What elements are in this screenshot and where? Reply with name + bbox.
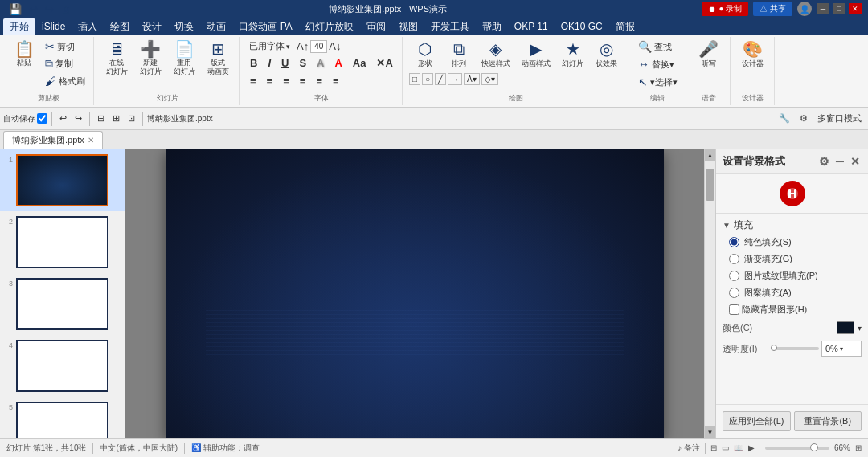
scrollbar-down-button[interactable]: ▼ <box>705 426 715 438</box>
underline-button[interactable]: U <box>277 55 293 71</box>
designer-button[interactable]: 🎨 设 计 器 <box>737 39 769 71</box>
apply-all-button[interactable]: 应用到全部(L) <box>723 411 791 431</box>
autosave-checkbox[interactable] <box>37 113 47 124</box>
quick-undo-icon[interactable]: ↩ <box>27 2 40 16</box>
canvas-area[interactable] <box>125 149 704 438</box>
shape-circle[interactable]: ○ <box>422 73 433 85</box>
menu-item-pa[interactable]: 口袋动画 PA <box>232 18 298 35</box>
gradient-fill-option[interactable]: 渐变填充(G) <box>716 251 868 267</box>
shadow-button[interactable]: A <box>313 55 328 71</box>
select-button[interactable]: ↖ ▾选择▾ <box>635 74 681 90</box>
listen-button[interactable]: 🎤 听写 <box>693 39 725 71</box>
view-toggle-btn[interactable]: ⊟ <box>94 112 108 125</box>
menu-item-okp11[interactable]: OKP 11 <box>508 19 555 34</box>
font-size-aa-button[interactable]: Aa <box>349 55 371 71</box>
font-size-down-button[interactable]: A↓ <box>329 40 341 52</box>
record-button[interactable]: ⏺ ● 录制 <box>702 2 748 16</box>
fill-color-btn[interactable]: A▾ <box>464 73 480 85</box>
menu-item-islide[interactable]: iSlide <box>35 19 72 34</box>
menu-item-ok10gc[interactable]: OK10 GC <box>555 19 609 34</box>
anim-effect-button[interactable]: ★ 幻灯片 <box>557 39 589 71</box>
menu-item-draw[interactable]: 绘图 <box>104 18 136 35</box>
status-effect-button[interactable]: ◎ 状效果 <box>591 39 623 71</box>
menu-item-switch[interactable]: 切换 <box>168 18 200 35</box>
menu-item-review[interactable]: 审阅 <box>360 18 392 35</box>
menu-item-start[interactable]: 开始 <box>3 18 35 35</box>
multiwindow-label[interactable]: 多窗口模式 <box>814 111 865 126</box>
hide-background-checkbox[interactable] <box>729 304 739 315</box>
scrollbar-thumb[interactable] <box>706 169 714 201</box>
shape-arrow[interactable]: → <box>448 73 462 85</box>
color-dropdown-btn[interactable]: ▾ <box>858 324 862 333</box>
cut-button[interactable]: ✂剪切 <box>42 39 88 55</box>
pattern-fill-option[interactable]: 图案填充(A) <box>716 284 868 301</box>
panel-close-icon[interactable]: ✕ <box>849 155 862 168</box>
menu-item-view[interactable]: 视图 <box>392 18 424 35</box>
clear-format-button[interactable]: ✕A <box>372 55 396 71</box>
tools-btn[interactable]: 🔧 <box>776 112 793 125</box>
menu-item-devtools[interactable]: 开发工具 <box>424 18 476 35</box>
picture-fill-radio[interactable] <box>729 271 739 281</box>
minimize-button[interactable]: ─ <box>817 3 829 14</box>
font-color-button[interactable]: A <box>330 55 346 71</box>
menu-item-jianbao[interactable]: 简报 <box>609 18 641 35</box>
reuse-slide-button[interactable]: 📄 重用幻灯片 <box>168 39 200 79</box>
close-button[interactable]: ✕ <box>849 3 862 14</box>
find-button[interactable]: 🔍 查找 <box>635 39 675 55</box>
picture-fill-option[interactable]: 图片或纹理填充(P) <box>716 267 868 284</box>
slide-scroll-area[interactable]: 1 2 3 <box>0 149 125 438</box>
ruler-btn[interactable]: ⊡ <box>125 112 138 125</box>
zoom-slider-thumb[interactable] <box>810 443 818 451</box>
view-normal-icon[interactable]: ⊟ <box>710 443 717 452</box>
pattern-fill-radio[interactable] <box>729 288 739 298</box>
fit-button[interactable]: ⊞ <box>855 443 862 452</box>
arrange-button[interactable]: ⧉ 排列 <box>443 39 475 71</box>
paste-button[interactable]: 📋 粘贴 <box>8 39 40 70</box>
slide-thumb-3[interactable]: 3 <box>0 273 125 335</box>
align-left-button[interactable]: ≡ <box>246 73 260 89</box>
solid-fill-option[interactable]: 纯色填充(S) <box>716 234 868 251</box>
align-center-button[interactable]: ≡ <box>263 73 277 89</box>
copy-button[interactable]: ⧉复制 <box>42 55 88 72</box>
italic-button[interactable]: I <box>264 55 275 71</box>
transparency-value-input[interactable]: 0% ▾ <box>821 341 862 357</box>
notes-button[interactable]: ♪ 备注 <box>678 443 700 454</box>
gradient-fill-radio[interactable] <box>729 254 739 264</box>
justify-button[interactable]: ≡ <box>296 73 310 89</box>
user-avatar[interactable]: 👤 <box>797 2 812 16</box>
slide-thumb-4[interactable]: 4 <box>0 335 125 397</box>
document-tab[interactable]: 博纳影业集团.pptx ✕ <box>3 131 103 149</box>
slide-thumb-5[interactable]: 5 <box>0 397 125 438</box>
hide-background-option[interactable]: 隐藏背景图形(H) <box>716 301 868 318</box>
undo-toolbar-btn[interactable]: ↩ <box>56 112 70 125</box>
slide-thumb-1[interactable]: 1 <box>0 149 125 211</box>
view-read-icon[interactable]: 📖 <box>734 443 743 452</box>
layout-button[interactable]: ⊞ 版式动画页 <box>202 39 234 79</box>
canvas-vertical-scrollbar[interactable]: ▲ ▼ <box>704 149 715 438</box>
maximize-button[interactable]: □ <box>833 3 845 14</box>
align-right-button[interactable]: ≡ <box>279 73 293 89</box>
list-bullet-button[interactable]: ≡ <box>312 73 326 89</box>
view-fullscreen-icon[interactable]: ▶ <box>748 443 755 452</box>
transparency-slider[interactable] <box>771 347 819 350</box>
font-size-input[interactable]: 40 <box>310 40 327 53</box>
scrollbar-up-button[interactable]: ▲ <box>705 149 715 161</box>
panel-red-icon-button[interactable] <box>780 181 805 206</box>
shapes-button[interactable]: ⬡ 形状 <box>409 39 441 71</box>
zoom-slider[interactable] <box>765 447 829 450</box>
menu-item-animation[interactable]: 动画 <box>200 18 232 35</box>
quick-redo-icon[interactable]: ↪ <box>43 2 56 16</box>
slide-thumb-2[interactable]: 2 <box>0 211 125 273</box>
redo-toolbar-btn[interactable]: ↪ <box>72 112 85 125</box>
replace-button[interactable]: ↔ 替换▾ <box>635 56 678 72</box>
settings-btn[interactable]: ⚙ <box>796 112 811 125</box>
strikethrough-button[interactable]: S <box>295 55 310 71</box>
quick-print-icon[interactable]: 🖨 <box>59 2 74 16</box>
menu-item-slideshow[interactable]: 幻灯片放映 <box>299 18 360 35</box>
format-painter-button[interactable]: 🖌格式刷 <box>42 73 88 89</box>
share-button[interactable]: △ 共享 <box>753 2 792 16</box>
fill-section-header[interactable]: ▼ 填充 <box>716 214 868 234</box>
color-swatch[interactable] <box>837 321 854 334</box>
new-slide-button[interactable]: ➕ 新建幻灯片 <box>134 39 166 79</box>
quick-style-button[interactable]: ◈ 快速样式 <box>477 39 515 71</box>
